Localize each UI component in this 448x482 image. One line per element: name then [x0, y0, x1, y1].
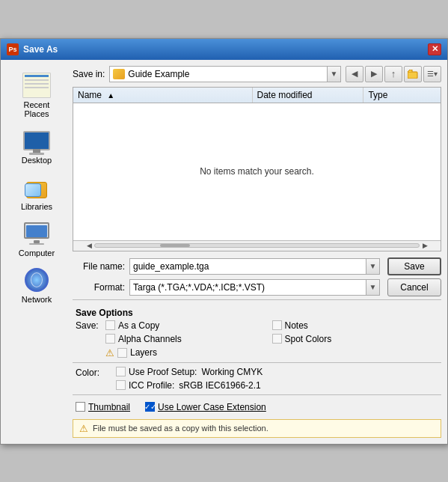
savein-bar: Save in: Guide Example ▼ ◀ ▶ ↑ — [73, 66, 441, 82]
warning-text: File must be saved as a copy with this s… — [93, 424, 269, 433]
filename-input[interactable]: guide_example.tga ▼ — [129, 258, 380, 275]
as-a-copy-label: As a Copy — [118, 320, 159, 331]
alpha-channels-checkbox[interactable] — [105, 334, 115, 344]
save-label: Save: — [76, 320, 102, 331]
nav-back-button[interactable]: ◀ — [346, 66, 363, 82]
nav-new-folder-button[interactable] — [404, 66, 422, 82]
svg-rect-0 — [408, 72, 417, 79]
lower-case-checkbox[interactable]: ✓ — [145, 402, 155, 412]
layers-row: ⚠ Layers — [105, 347, 272, 359]
icc-profile-label: ICC Profile: — [129, 380, 174, 391]
options-col-left: As a Copy Alpha Channels ⚠ Layers — [105, 320, 272, 359]
desktop-icon — [22, 127, 52, 154]
proof-setup-value: Working CMYK — [201, 367, 263, 377]
spot-colors-checkbox[interactable] — [272, 334, 282, 344]
as-a-copy-checkbox[interactable] — [105, 320, 115, 330]
scroll-track[interactable] — [94, 243, 420, 248]
col-type-header[interactable]: Type — [363, 88, 441, 103]
horizontal-scrollbar[interactable]: ◀ ▶ — [73, 240, 441, 251]
close-button[interactable]: ✕ — [428, 43, 441, 55]
spot-colors-label: Spot Colors — [285, 334, 332, 344]
folder-icon — [113, 69, 125, 79]
filename-dropdown-btn[interactable]: ▼ — [366, 259, 379, 274]
sort-indicator: ▲ — [107, 91, 114, 100]
scroll-left-button[interactable]: ◀ — [84, 240, 94, 251]
savein-dropdown[interactable]: Guide Example ▼ — [109, 66, 341, 82]
titlebar-left: Ps Save As — [7, 43, 58, 55]
alpha-channels-row: Alpha Channels — [105, 333, 272, 345]
save-options-title: Save Options — [76, 308, 438, 318]
layers-checkbox[interactable] — [117, 348, 127, 358]
filename-row: File name: guide_example.tga ▼ Save — [73, 257, 441, 275]
thumbnail-label: Thumbnail — [88, 402, 130, 412]
lower-case-label: Use Lower Case Extension — [158, 402, 266, 412]
warning-bar: ⚠ File must be saved as a copy with this… — [73, 419, 441, 438]
thumbnail-checkbox[interactable] — [76, 402, 85, 412]
col-date-header[interactable]: Date modified — [253, 88, 364, 103]
dialog-title: Save As — [23, 44, 58, 55]
savein-dropdown-arrow[interactable]: ▼ — [327, 67, 340, 82]
notes-row: Notes — [272, 320, 439, 332]
format-dropdown-btn[interactable]: ▼ — [366, 280, 379, 295]
cancel-button[interactable]: Cancel — [387, 278, 441, 296]
format-row: Format: Targa (*.TGA;*.VDA;*.ICB;*.VST) … — [73, 278, 441, 296]
proof-setup-label: Use Proof Setup: — [129, 367, 197, 377]
thumbnail-check-row: Thumbnail — [76, 401, 130, 413]
spot-colors-row: Spot Colors — [272, 333, 439, 345]
sidebar-item-recent-places[interactable]: Recent Places — [10, 69, 64, 121]
sidebar-label-libraries: Libraries — [21, 202, 52, 211]
as-a-copy-row: As a Copy — [105, 320, 272, 332]
recent-places-icon — [22, 72, 52, 99]
main-content: Save in: Guide Example ▼ ◀ ▶ ↑ — [73, 66, 441, 438]
notes-checkbox[interactable] — [272, 320, 282, 330]
sidebar-label-desktop: Desktop — [22, 156, 52, 165]
sidebar-item-libraries[interactable]: Libraries — [10, 171, 64, 214]
libraries-icon — [22, 174, 52, 201]
col-name-header[interactable]: Name ▲ — [73, 88, 253, 103]
titlebar: Ps Save As ✕ — [1, 39, 447, 60]
nav-buttons: ◀ ▶ ↑ ☰▾ — [346, 66, 441, 82]
warning-icon-layers: ⚠ — [105, 347, 114, 359]
filename-value: guide_example.tga — [130, 259, 366, 274]
save-options: Save Options Save: As a Copy Alpha Chann… — [73, 308, 441, 359]
file-list: Name ▲ Date modified Type No items match… — [73, 87, 441, 251]
save-button[interactable]: Save — [387, 257, 441, 275]
scroll-right-button[interactable]: ▶ — [420, 240, 430, 251]
sidebar-item-computer[interactable]: Computer — [10, 217, 64, 260]
color-label: Color: — [76, 366, 111, 378]
sidebar-label-network: Network — [22, 295, 52, 304]
save-as-dialog: Ps Save As ✕ Recent Places — [0, 38, 448, 445]
scroll-thumb[interactable] — [160, 244, 190, 247]
new-folder-icon — [408, 70, 418, 79]
empty-message: No items match your search. — [200, 166, 314, 177]
icc-profile-checkbox[interactable] — [116, 380, 126, 390]
options-col-right: Notes Spot Colors — [272, 320, 439, 359]
form-section: File name: guide_example.tga ▼ Save Form… — [73, 254, 441, 296]
file-list-body: No items match your search. — [73, 103, 441, 240]
computer-icon — [22, 220, 52, 247]
warning-icon-bar: ⚠ — [79, 423, 88, 434]
nav-forward-button[interactable]: ▶ — [365, 66, 383, 82]
filename-label: File name: — [73, 261, 125, 272]
divider-2 — [73, 362, 441, 363]
lower-case-check-row: ✓ Use Lower Case Extension — [145, 401, 266, 413]
icc-profile-row: ICC Profile: sRGB IEC61966-2.1 — [116, 379, 263, 391]
format-label: Format: — [73, 282, 125, 293]
nav-views-button[interactable]: ☰▾ — [423, 66, 441, 82]
options-grid: As a Copy Alpha Channels ⚠ Layers — [105, 320, 438, 359]
format-dropdown[interactable]: Targa (*.TGA;*.VDA;*.ICB;*.VST) ▼ — [129, 279, 380, 296]
layers-label: Layers — [130, 347, 157, 358]
savein-folder-name: Guide Example — [128, 69, 189, 79]
proof-setup-row: Use Proof Setup: Working CMYK — [116, 366, 263, 378]
divider-3 — [73, 394, 441, 395]
app-icon: Ps — [7, 43, 19, 55]
file-list-header: Name ▲ Date modified Type — [73, 88, 441, 103]
sidebar-item-network[interactable]: Network — [10, 263, 64, 307]
sidebar-item-desktop[interactable]: Desktop — [10, 124, 64, 168]
proof-setup-checkbox[interactable] — [116, 367, 126, 376]
divider-1 — [73, 299, 441, 300]
color-section: Color: Use Proof Setup: Working CMYK ICC… — [73, 366, 441, 391]
notes-label: Notes — [285, 320, 308, 331]
network-icon — [22, 266, 52, 293]
nav-up-button[interactable]: ↑ — [384, 66, 402, 82]
